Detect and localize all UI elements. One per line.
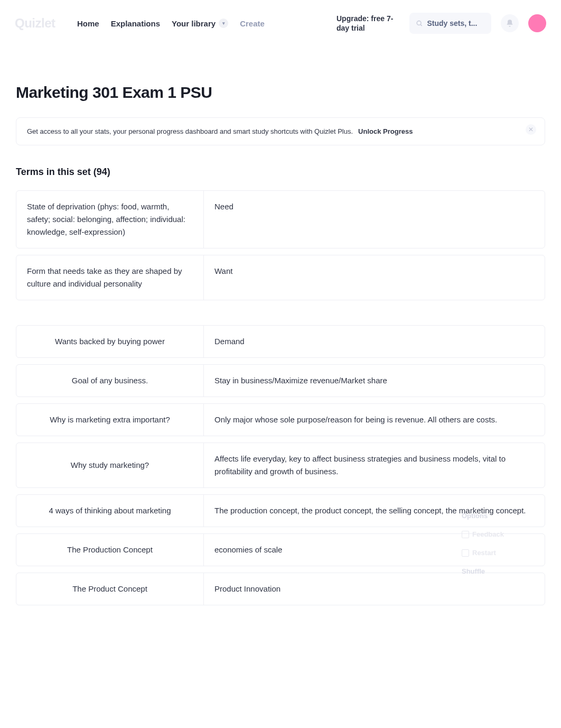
term-text: 4 ways of thinking about marketing — [16, 495, 204, 527]
definition-text: Only major whose sole purpose/reason for… — [204, 404, 545, 436]
nav-links: Home Explanations Your library ▾ Create — [77, 19, 265, 28]
term-card[interactable]: Form that needs take as they are shaped … — [16, 255, 545, 300]
definition-text: Want — [204, 255, 545, 300]
top-nav: Quizlet Home Explanations Your library ▾… — [0, 0, 561, 47]
term-text: Wants backed by buying power — [16, 326, 204, 357]
search-container[interactable] — [409, 13, 491, 34]
unlock-progress-link[interactable]: Unlock Progress — [358, 127, 413, 135]
term-card[interactable]: 4 ways of thinking about marketing The p… — [16, 494, 545, 527]
term-text: Why is marketing extra important? — [16, 404, 204, 436]
page-title: Marketing 301 Exam 1 PSU — [16, 84, 545, 102]
nav-your-library[interactable]: Your library ▾ — [172, 19, 228, 28]
nav-home[interactable]: Home — [77, 19, 99, 28]
search-input[interactable] — [427, 19, 485, 27]
term-card[interactable]: Wants backed by buying power Demand — [16, 325, 545, 358]
term-text: State of deprivation (phys: food, warmth… — [16, 191, 204, 248]
term-text: Why study marketing? — [16, 443, 204, 487]
definition-text: economies of scale — [204, 534, 545, 566]
close-icon: ✕ — [528, 126, 534, 133]
bell-icon — [506, 19, 514, 27]
definition-text: Affects life everyday, key to affect bus… — [204, 443, 545, 487]
term-card[interactable]: State of deprivation (phys: food, warmth… — [16, 190, 545, 248]
nav-explanations[interactable]: Explanations — [111, 19, 160, 28]
term-card[interactable]: Goal of any business. Stay in business/M… — [16, 364, 545, 397]
term-text: Form that needs take as they are shaped … — [16, 255, 204, 300]
svg-point-0 — [417, 21, 421, 25]
definition-text: Stay in business/Maximize revenue/Market… — [204, 365, 545, 397]
definition-text: Need — [204, 191, 545, 248]
avatar[interactable] — [528, 14, 546, 32]
chevron-down-icon: ▾ — [219, 19, 228, 28]
term-card[interactable]: The Production Concept economies of scal… — [16, 533, 545, 566]
nav-create[interactable]: Create — [240, 19, 265, 28]
terms-list: State of deprivation (phys: food, warmth… — [16, 190, 545, 605]
section-title: Terms in this set (94) — [16, 167, 545, 178]
notifications-button[interactable] — [501, 14, 519, 32]
definition-text: Product Innovation — [204, 573, 545, 605]
nav-your-library-label: Your library — [172, 19, 216, 28]
term-card[interactable]: Why is marketing extra important? Only m… — [16, 403, 545, 436]
term-text: Goal of any business. — [16, 365, 204, 397]
banner-text: Get access to all your stats, your perso… — [27, 127, 353, 135]
term-card[interactable]: The Product Concept Product Innovation — [16, 573, 545, 605]
page-content: Marketing 301 Exam 1 PSU Get access to a… — [0, 47, 561, 628]
search-icon — [416, 19, 423, 27]
term-text: The Production Concept — [16, 534, 204, 566]
definition-text: The production concept, the product conc… — [204, 495, 545, 527]
svg-line-1 — [420, 25, 422, 26]
term-card[interactable]: Why study marketing? Affects life everyd… — [16, 443, 545, 488]
definition-text: Demand — [204, 326, 545, 357]
upgrade-banner: Get access to all your stats, your perso… — [16, 117, 545, 145]
banner-close-button[interactable]: ✕ — [526, 124, 536, 135]
term-text: The Product Concept — [16, 573, 204, 605]
logo[interactable]: Quizlet — [15, 16, 68, 31]
upgrade-link[interactable]: Upgrade: free 7-day trial — [336, 14, 400, 33]
